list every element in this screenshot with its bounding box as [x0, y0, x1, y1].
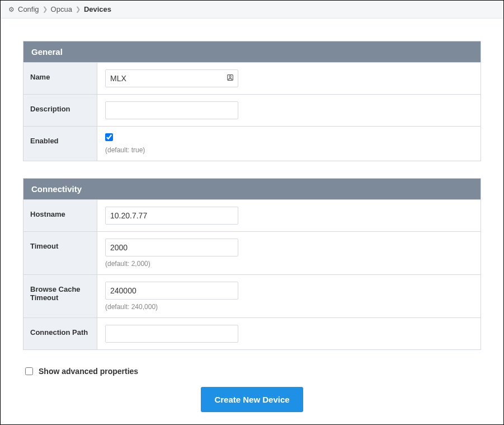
field-value-browse-cache-timeout: (default: 240,000) — [97, 275, 481, 317]
field-row-timeout: Timeout (default: 2,000) — [23, 231, 481, 274]
gear-icon: ⚙ — [8, 6, 15, 13]
browse-cache-timeout-hint: (default: 240,000) — [105, 303, 473, 311]
name-input[interactable] — [105, 69, 238, 87]
field-value-connection-path — [97, 318, 481, 349]
section-connectivity: Connectivity Hostname Timeout (default: … — [23, 178, 481, 350]
field-value-hostname — [97, 200, 481, 231]
advanced-properties-row: Show advanced properties — [23, 367, 481, 376]
timeout-hint: (default: 2,000) — [105, 260, 473, 268]
button-row: Create New Device — [23, 387, 481, 412]
field-label-timeout: Timeout — [23, 232, 97, 274]
timeout-input[interactable] — [105, 239, 238, 256]
hostname-input[interactable] — [105, 207, 238, 225]
connection-path-input[interactable] — [105, 325, 238, 343]
create-new-device-button[interactable]: Create New Device — [201, 387, 303, 412]
field-value-timeout: (default: 2,000) — [97, 232, 481, 274]
field-label-description: Description — [23, 95, 97, 126]
field-value-enabled: (default: true) — [97, 127, 481, 161]
chevron-right-icon: ❯ — [43, 6, 48, 13]
enabled-checkbox[interactable] — [105, 133, 113, 141]
breadcrumb: ⚙ Config ❯ Opcua ❯ Devices — [1, 1, 503, 18]
main-content: General Name Description — [1, 18, 503, 423]
field-value-name — [97, 63, 481, 94]
field-row-hostname: Hostname — [23, 199, 481, 231]
field-label-browse-cache-timeout: Browse Cache Timeout — [23, 275, 97, 317]
breadcrumb-current: Devices — [84, 5, 111, 13]
field-label-hostname: Hostname — [23, 200, 97, 231]
section-general: General Name Description — [23, 41, 481, 161]
section-header-general: General — [23, 41, 481, 62]
field-row-name: Name — [23, 62, 481, 94]
field-row-enabled: Enabled (default: true) — [23, 126, 481, 161]
field-label-connection-path: Connection Path — [23, 318, 97, 349]
field-row-connection-path: Connection Path — [23, 317, 481, 349]
field-row-browse-cache-timeout: Browse Cache Timeout (default: 240,000) — [23, 274, 481, 317]
enabled-hint: (default: true) — [105, 146, 473, 154]
breadcrumb-item-config[interactable]: Config — [18, 5, 39, 13]
breadcrumb-item-opcua[interactable]: Opcua — [51, 5, 72, 13]
field-value-description — [97, 95, 481, 126]
advanced-properties-label: Show advanced properties — [39, 367, 138, 376]
field-label-enabled: Enabled — [23, 127, 97, 161]
chevron-right-icon: ❯ — [76, 6, 81, 13]
field-row-description: Description — [23, 94, 481, 126]
browse-cache-timeout-input[interactable] — [105, 282, 238, 300]
advanced-properties-checkbox[interactable] — [25, 367, 33, 375]
section-header-connectivity: Connectivity — [23, 179, 481, 199]
description-input[interactable] — [105, 101, 238, 119]
field-label-name: Name — [23, 63, 97, 94]
